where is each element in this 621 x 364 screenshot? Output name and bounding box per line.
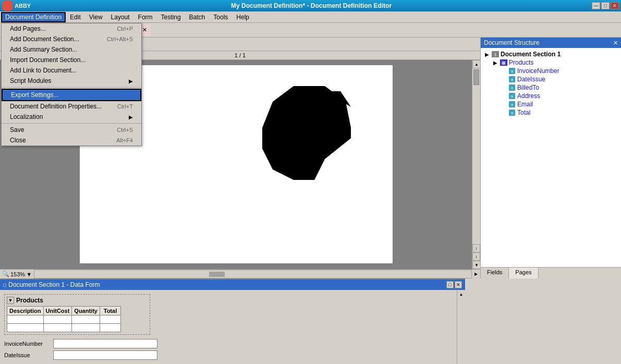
zoom-control: 🔍 153% ▼ — [0, 270, 34, 278]
scroll-down-btn[interactable]: ▼ — [472, 261, 480, 269]
bottom-panel-close-btn[interactable]: ✕ — [455, 281, 462, 288]
zoom-level: 153% — [10, 271, 25, 277]
title-bar: ABBY My Document Definition* - Document … — [0, 0, 621, 11]
menu-edit[interactable]: Edit — [66, 12, 85, 22]
tree-item-total[interactable]: a Total — [483, 108, 619, 117]
menu-item-localization[interactable]: Localization ▶ — [2, 112, 141, 122]
menu-item-script-modules[interactable]: Script Modules ▶ — [2, 76, 141, 86]
scroll-extra-btn-1[interactable]: ↕ — [472, 244, 480, 252]
tree-item-products[interactable]: ▶ ▦ Products — [483, 58, 619, 67]
cell-cost-2[interactable] — [43, 324, 72, 332]
maximize-button[interactable]: □ — [601, 2, 610, 9]
table-row-2 — [7, 324, 121, 332]
field-row-dateissue: DateIssue — [4, 350, 453, 360]
table-row-1 — [7, 316, 121, 324]
menu-item-close[interactable]: Close Alt+F4 — [2, 135, 141, 145]
scroll-track — [472, 68, 480, 244]
cell-qty-2[interactable] — [72, 324, 100, 332]
tree-label-invoicenumber: InvoiceNumber — [517, 67, 559, 75]
h-scroll-thumb[interactable] — [209, 272, 225, 277]
tab-pages[interactable]: Pages — [509, 268, 538, 278]
cell-qty-1[interactable] — [72, 316, 100, 324]
app-logo-icon — [2, 1, 13, 11]
bottom-panel-controls: □ ✕ — [446, 281, 462, 288]
bottom-panel-content: ▼ Products Description UnitCost Quantity… — [0, 290, 457, 364]
menu-item-import-doc-section[interactable]: Import Document Section... — [2, 55, 141, 65]
cell-total-1[interactable] — [100, 316, 120, 324]
tree-area: ▶ § Document Section 1 ▶ ▦ Products — [481, 48, 621, 267]
menu-document-definition[interactable]: Document Definition — [1, 12, 66, 22]
menu-form[interactable]: Form — [134, 12, 157, 22]
field-icon-6: a — [508, 109, 516, 116]
cell-total-2[interactable] — [100, 324, 120, 332]
products-expand-icon[interactable]: ▼ — [7, 297, 14, 304]
horizontal-scrollbar[interactable] — [34, 270, 472, 278]
menu-view[interactable]: View — [85, 12, 107, 22]
menu-item-add-pages[interactable]: Add Pages... Ctrl+P — [2, 23, 141, 34]
bottom-panel-restore-btn[interactable]: □ — [446, 281, 454, 288]
menu-item-export-label: Export Settings... — [11, 91, 58, 99]
tab-fields[interactable]: Fields — [481, 268, 509, 278]
window-title: My Document Definition* - Document Defin… — [31, 2, 592, 9]
form-fields: InvoiceNumber DateIssue — [4, 339, 453, 360]
menu-item-add-doc-section[interactable]: Add Document Section... Ctrl+Alt+S — [2, 34, 141, 44]
menu-help[interactable]: Help — [232, 12, 253, 22]
panel-title: Document Structure — [484, 39, 540, 46]
logo-shape — [262, 86, 351, 181]
cell-cost-1[interactable] — [43, 316, 72, 324]
panel-close-button[interactable]: ✕ — [613, 40, 618, 46]
tree-item-billedto[interactable]: a BilledTo — [483, 83, 619, 92]
tree-expand-products[interactable]: ▶ — [491, 60, 500, 66]
tree-item-dateissue[interactable]: a DateIssue — [483, 75, 619, 83]
col-total: Total — [100, 307, 120, 316]
tree-expand-root[interactable]: ▶ — [483, 52, 491, 57]
menu-item-add-link[interactable]: Add Link to Document... — [2, 65, 141, 76]
field-row-invoicenumber: InvoiceNumber — [4, 339, 453, 348]
vertical-scrollbar[interactable]: ▲ ↕ ↕ ▼ — [472, 60, 480, 269]
menu-item-save[interactable]: Save Ctrl+S — [2, 125, 141, 135]
menu-item-save-label: Save — [10, 126, 24, 134]
menu-item-add-link-label: Add Link to Document... — [10, 67, 77, 74]
svg-marker-0 — [262, 86, 351, 180]
title-bar-left: ABBY — [2, 1, 31, 11]
menu-tools[interactable]: Tools — [209, 12, 232, 22]
scroll-up-btn[interactable]: ▲ — [472, 60, 480, 68]
menu-testing[interactable]: Testing — [157, 12, 185, 22]
col-unitcost: UnitCost — [43, 307, 72, 316]
tree-item-root[interactable]: ▶ § Document Section 1 — [483, 50, 619, 58]
tree-item-email[interactable]: a Email — [483, 100, 619, 108]
close-button[interactable]: ✕ — [611, 2, 619, 9]
cell-desc-2[interactable] — [7, 324, 44, 332]
menu-separator-1 — [2, 87, 141, 88]
table-icon: ▦ — [500, 59, 508, 66]
menu-item-add-summary-label: Add Summary Section... — [10, 46, 77, 53]
menu-item-add-pages-label: Add Pages... — [10, 25, 46, 32]
minimize-button[interactable]: — — [592, 2, 600, 9]
zoom-dropdown-icon[interactable]: ▼ — [26, 271, 32, 277]
menu-item-doc-def-props[interactable]: Document Definition Properties... Ctrl+T — [2, 101, 141, 112]
bp-scroll-up[interactable]: ▲ — [457, 290, 465, 298]
bottom-panel-header: □ Document Section 1 - Data Form □ ✕ — [0, 280, 465, 290]
bp-scroll-extra[interactable]: ↕ — [457, 362, 465, 364]
tree-item-address[interactable]: a Address — [483, 92, 619, 100]
scroll-thumb[interactable] — [473, 69, 479, 85]
h-scroll-right-btn[interactable]: ▶ — [472, 270, 480, 278]
menu-item-close-label: Close — [10, 137, 26, 144]
field-input-invoicenumber[interactable] — [53, 339, 157, 348]
scroll-extra-btn-2[interactable]: ↕ — [472, 252, 480, 261]
tree-item-invoicenumber[interactable]: a InvoiceNumber — [483, 67, 619, 75]
field-icon-4: a — [508, 92, 516, 100]
zoom-icon: 🔍 — [2, 271, 9, 277]
field-input-dateissue[interactable] — [53, 350, 157, 360]
menu-item-export-settings[interactable]: Export Settings... — [2, 89, 141, 101]
tree-label-products: Products — [509, 59, 533, 66]
tree-label-billedto: BilledTo — [517, 84, 539, 91]
menu-layout[interactable]: Layout — [107, 12, 134, 22]
app-name-label: ABBY — [15, 3, 31, 9]
menu-separator-2 — [2, 123, 141, 124]
bottom-panel-restore-icon: □ — [3, 282, 6, 288]
menu-item-import-label: Import Document Section... — [10, 56, 86, 64]
menu-batch[interactable]: Batch — [185, 12, 210, 22]
menu-item-add-summary-section[interactable]: Add Summary Section... — [2, 44, 141, 55]
cell-desc-1[interactable] — [7, 316, 44, 324]
